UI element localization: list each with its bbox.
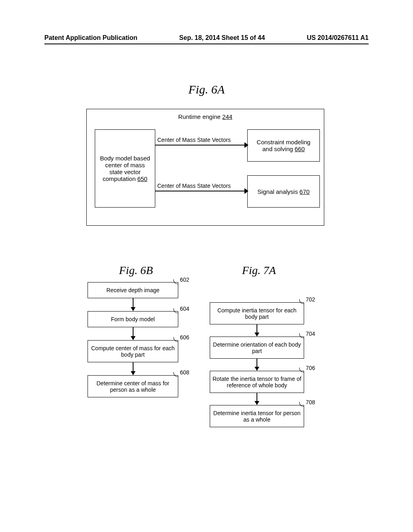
arrow-602-604 xyxy=(133,298,133,308)
fig6b-step-602: Receive depth image xyxy=(88,282,178,298)
header-right: US 2014/0267611 A1 xyxy=(307,34,369,42)
ref-label-604: 604 xyxy=(180,305,189,312)
arrow-head-604-606 xyxy=(131,336,136,340)
box-670: Signal analysis 670 xyxy=(247,175,320,208)
fig7a-step-706: Rotate the inertia tensor to frame of re… xyxy=(210,371,304,393)
figure-6a-title: Fig. 6A xyxy=(0,83,413,96)
header-left: Patent Application Publication xyxy=(44,34,138,42)
arrow-head-706-708 xyxy=(254,401,259,405)
figure-7a-title: Fig. 7A xyxy=(242,264,276,277)
arrow-702-704 xyxy=(257,324,257,333)
fig6b-step-608: Determine center of mass for person as a… xyxy=(88,375,178,397)
box-660: Constraint modeling and solving 660 xyxy=(247,129,320,162)
fig7a-step-704: Determine orientation of each body part xyxy=(210,337,304,359)
fig7a-step-708: Determine inertia tensor for person as a… xyxy=(210,405,304,427)
header-divider xyxy=(44,44,369,44)
ref-label-704: 704 xyxy=(306,330,315,337)
fig6b-step-606: Compute center of mass for each body par… xyxy=(88,340,178,362)
arrow-1-label: Center of Mass State Vectors xyxy=(157,137,231,143)
arrow-2-line xyxy=(155,191,246,191)
arrow-706-708 xyxy=(257,393,257,402)
arrow-1-line xyxy=(155,145,246,145)
arrow-2-label: Center of Mass State Vectors xyxy=(157,183,231,189)
arrow-1-head xyxy=(244,142,248,148)
arrow-head-702-704 xyxy=(254,332,259,337)
arrow-2-head xyxy=(244,188,248,194)
ref-label-706: 706 xyxy=(306,365,315,371)
arrow-604-606 xyxy=(133,327,133,337)
fig7a-step-702: Compute inertia tensor for each body par… xyxy=(210,302,304,324)
header-center: Sep. 18, 2014 Sheet 15 of 44 xyxy=(179,34,265,42)
figure-6a-container: Runtime engine 244 Body model based cent… xyxy=(86,109,324,226)
ref-label-702: 702 xyxy=(306,296,315,303)
arrow-head-704-706 xyxy=(254,367,259,371)
ref-label-606: 606 xyxy=(180,334,189,341)
fig6b-step-604: Form body model xyxy=(88,311,178,327)
ref-label-608: 608 xyxy=(180,369,189,376)
ref-label-602: 602 xyxy=(180,276,189,283)
figure-6b-title: Fig. 6B xyxy=(119,264,153,277)
arrow-606-608 xyxy=(133,362,133,372)
arrow-head-602-604 xyxy=(131,307,136,311)
arrow-head-606-608 xyxy=(131,371,136,375)
box-650: Body model based center of mass state ve… xyxy=(95,129,155,208)
page-header: Patent Application Publication Sep. 18, … xyxy=(44,34,369,42)
ref-label-708: 708 xyxy=(306,399,315,405)
arrow-704-706 xyxy=(257,359,257,368)
runtime-engine-label: Runtime engine 244 xyxy=(87,113,324,120)
